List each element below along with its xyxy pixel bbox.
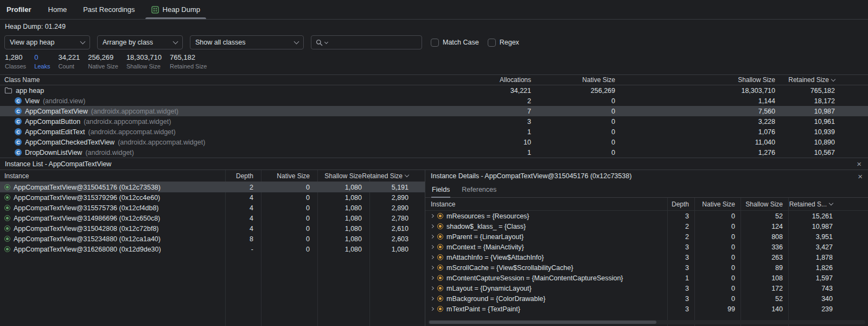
details-tab-fields[interactable]: Fields [431, 183, 450, 197]
close-icon[interactable]: × [858, 172, 863, 180]
class-row[interactable]: CDropDownListView(android.widget)101,276… [0, 147, 868, 158]
close-icon[interactable]: × [857, 160, 861, 168]
native-cell: 0 [534, 128, 618, 136]
class-row[interactable]: CView(android.view)201,14418,172 [0, 96, 868, 106]
chevron-down-icon [80, 39, 86, 44]
match-case-checkbox[interactable]: Match Case [431, 39, 479, 47]
class-name: AppCompatEditText [25, 128, 85, 136]
stats-bar: 1,280Classes0Leaks34,221Count256,269Nati… [0, 52, 868, 74]
col-retained-size[interactable]: Retained Size [778, 76, 838, 84]
col-class-name[interactable]: Class Name [0, 76, 480, 84]
horizontal-scrollbar[interactable] [428, 320, 865, 324]
field-row[interactable]: mBackground = {ColorDrawable}3052340 [425, 293, 868, 304]
native-cell: 99 [694, 305, 741, 313]
col-retained-size-label: Retained S... [789, 200, 827, 208]
col-depth[interactable]: Depth [225, 172, 261, 180]
instance-row[interactable]: AppCompatTextView@315234880 (0x12ca1a40)… [0, 234, 425, 244]
col-retained-size[interactable]: Retained S... [788, 200, 838, 208]
col-allocations[interactable]: Allocations [480, 76, 534, 84]
class-package: (android.widget) [85, 149, 134, 156]
field-row[interactable]: mTextPaint = {TextPaint}399140239 [425, 304, 868, 314]
arrange-by-dropdown[interactable]: Arrange by class [97, 35, 183, 49]
instance-label: AppCompatTextView@315575736 (0x12cf4db8) [14, 204, 159, 212]
search-box[interactable] [311, 35, 422, 49]
col-shallow-size[interactable]: Shallow Size [618, 76, 778, 84]
class-filter-dropdown[interactable]: Show all classes [190, 35, 304, 49]
scrollbar-thumb[interactable] [429, 321, 656, 324]
col-native-size[interactable]: Native Size [261, 172, 317, 180]
nav-item-home[interactable]: Home [40, 0, 75, 19]
field-row[interactable]: mContentCaptureSession = {MainContentCap… [425, 273, 868, 283]
expand-chevron-icon[interactable] [430, 214, 434, 218]
instance-row[interactable]: AppCompatTextView@315045176 (0x12c73538)… [0, 182, 425, 192]
native-cell: 0 [694, 223, 741, 230]
class-row[interactable]: app heap34,221256,26918,303,710765,182 [0, 85, 868, 96]
col-instance[interactable]: Instance [0, 172, 225, 180]
retained-cell: 18,172 [778, 97, 838, 105]
instance-row[interactable]: AppCompatTextView@314986696 (0x12c650c8)… [0, 213, 425, 223]
shallow-cell: 124 [741, 223, 788, 230]
col-native-size[interactable]: Native Size [534, 76, 618, 84]
regex-checkbox[interactable]: Regex [488, 39, 519, 47]
native-cell: 0 [261, 194, 317, 202]
instance-cell: AppCompatTextView@316268080 (0x12d9de30) [0, 246, 225, 253]
field-label: mLayout = {DynamicLayout} [446, 285, 532, 292]
stat-label: Classes [5, 63, 26, 70]
details-tab-references[interactable]: References [461, 183, 497, 197]
retained-cell: 10,939 [778, 128, 838, 136]
col-depth[interactable]: Depth [667, 200, 694, 208]
search-icon [316, 39, 323, 46]
instance-row[interactable]: AppCompatTextView@315379296 (0x12cc4e60)… [0, 192, 425, 203]
expand-chevron-icon[interactable] [430, 297, 434, 300]
instance-icon [4, 225, 10, 231]
class-package: (androidx.appcompat.widget) [84, 118, 171, 126]
instance-row[interactable]: AppCompatTextView@315042808 (0x12c72bf8)… [0, 223, 425, 234]
retained-cell: 1,080 [369, 246, 416, 253]
expand-chevron-icon[interactable] [430, 307, 434, 311]
class-row[interactable]: CAppCompatButton(androidx.appcompat.widg… [0, 116, 868, 127]
field-row[interactable]: mScrollCache = {View$ScrollabilityCache}… [425, 262, 868, 273]
field-cell: mTextPaint = {TextPaint} [425, 305, 667, 313]
field-row[interactable]: mAttachInfo = {View$AttachInfo}302631,87… [425, 252, 868, 262]
field-row[interactable]: mResources = {Resources}305215,261 [425, 211, 868, 221]
class-icon: C [15, 149, 22, 156]
native-cell: 0 [534, 97, 618, 105]
col-instance[interactable]: Instance [425, 200, 667, 208]
nav-item-past-recordings[interactable]: Past Recordings [75, 0, 143, 19]
tab-heap-dump[interactable]: Heap Dump [143, 0, 208, 19]
field-cell: mParent = {LinearLayout} [425, 233, 667, 241]
expand-chevron-icon[interactable] [430, 224, 434, 228]
allocations-cell: 7 [480, 108, 534, 115]
stat-label: Native Size [88, 63, 118, 70]
class-row[interactable]: CAppCompatTextView(androidx.appcompat.wi… [0, 106, 868, 116]
instance-label: AppCompatTextView@314986696 (0x12c650c8) [14, 215, 160, 222]
expand-chevron-icon[interactable] [430, 266, 434, 269]
search-input[interactable] [330, 39, 417, 46]
class-row[interactable]: CAppCompatCheckedTextView(androidx.appco… [0, 137, 868, 147]
expand-chevron-icon[interactable] [430, 276, 434, 280]
expand-chevron-icon[interactable] [430, 235, 434, 239]
col-shallow-size[interactable]: Shallow Size [741, 200, 788, 208]
stat-classes: 1,280Classes [5, 53, 26, 74]
field-row[interactable]: mContext = {MainActivity}303363,427 [425, 242, 868, 252]
session-title: Heap Dump: 01.249 [0, 20, 868, 33]
col-retained-size[interactable]: Retained Size [369, 172, 416, 180]
heap-view-dropdown[interactable]: View app heap [4, 35, 90, 49]
expand-chevron-icon[interactable] [430, 245, 434, 249]
field-row[interactable]: mParent = {LinearLayout}208083,951 [425, 231, 868, 242]
instance-row[interactable]: AppCompatTextView@316268080 (0x12d9de30)… [0, 244, 425, 254]
heap-dump-icon [151, 6, 159, 14]
expand-chevron-icon[interactable] [430, 286, 434, 290]
field-row[interactable]: shadow$_klass_ = {Class}2012410,987 [425, 221, 868, 231]
class-name: AppCompatTextView [25, 108, 88, 115]
field-row[interactable]: mLayout = {DynamicLayout}30172743 [425, 283, 868, 293]
match-case-label: Match Case [443, 39, 479, 46]
depth-cell: - [225, 246, 261, 253]
instance-row[interactable]: AppCompatTextView@315575736 (0x12cf4db8)… [0, 203, 425, 213]
class-row[interactable]: CAppCompatEditText(androidx.appcompat.wi… [0, 127, 868, 137]
col-native-size[interactable]: Native Size [694, 200, 741, 208]
shallow-cell: 52 [741, 295, 788, 303]
expand-chevron-icon[interactable] [430, 255, 434, 259]
depth-cell: 1 [667, 274, 694, 282]
stat-leaks[interactable]: 0Leaks [34, 53, 50, 74]
